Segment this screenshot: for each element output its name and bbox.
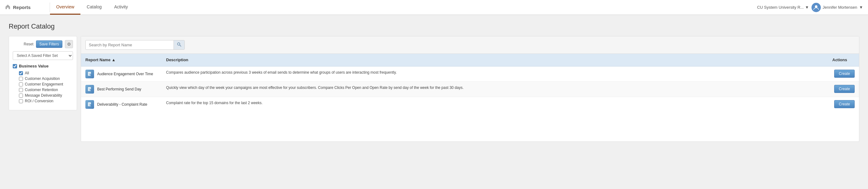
tab-overview[interactable]: Overview [50, 0, 81, 15]
create-button-2[interactable]: Create [834, 85, 855, 93]
col-header-description: Description [162, 54, 828, 66]
top-nav: Reports Overview Catalog Activity CU Sys… [0, 0, 868, 15]
report-name-cell-3: Deliverability - Complaint Rate [81, 97, 162, 112]
filter-checkbox-message-deliverability[interactable] [19, 93, 23, 98]
business-value-group-checkbox[interactable] [13, 64, 17, 69]
filter-set-select[interactable]: Select A Saved Filter Set [13, 51, 73, 60]
filter-label-all: All [25, 71, 29, 75]
brand-label: Reports [13, 5, 31, 10]
report-desc-3: Complaint rate for the top 15 domains fo… [162, 97, 828, 112]
filter-label-customer-engagement: Customer Engagement [25, 82, 63, 86]
report-icon-2 [85, 85, 94, 93]
filter-checkbox-customer-engagement[interactable] [19, 82, 23, 86]
home-icon [5, 4, 10, 10]
col-header-actions: Actions [828, 54, 859, 66]
filter-group-business-value: Business Value All Customer Acquisition … [13, 64, 73, 104]
filter-item-customer-acquisition: Customer Acquisition [13, 76, 73, 81]
search-input[interactable] [86, 41, 174, 49]
tab-catalog[interactable]: Catalog [81, 0, 108, 15]
filter-label-customer-retention: Customer Retention [25, 88, 58, 92]
page-title: Report Catalog [9, 22, 859, 30]
nav-brand[interactable]: Reports [0, 0, 50, 15]
svg-line-2 [180, 45, 181, 47]
org-name: CU System University R... [757, 5, 804, 10]
create-button-3[interactable]: Create [834, 100, 855, 108]
filter-item-customer-engagement: Customer Engagement [13, 81, 73, 87]
nav-tabs: Overview Catalog Activity [50, 0, 752, 15]
filter-group-label: Business Value [19, 64, 49, 69]
report-name-cell-1: Audience Engagement Over Time [81, 66, 162, 81]
filter-group-header: Business Value [13, 64, 73, 69]
filter-checkbox-roi-conversion[interactable] [19, 99, 23, 103]
report-desc-2: Quickly view which day of the week your … [162, 81, 828, 97]
org-chevron-icon: ▼ [805, 5, 809, 10]
filter-label-roi-conversion: ROI / Conversion [25, 99, 53, 103]
table-row: Best Performing Send Day Quickly view wh… [81, 81, 859, 97]
page-content: Report Catalog Reset Save Filters ⚙ Sele… [0, 15, 868, 149]
col-name-label: Report Name [85, 57, 111, 62]
tab-activity[interactable]: Activity [108, 0, 134, 15]
save-filters-button[interactable]: Save Filters [36, 40, 62, 48]
gear-icon: ⚙ [67, 42, 71, 47]
sidebar-header: Reset Save Filters ⚙ [13, 40, 73, 48]
table-row: Audience Engagement Over Time Compares a… [81, 66, 859, 81]
filter-item-message-deliverability: Message Deliverability [13, 92, 73, 98]
filter-item-customer-retention: Customer Retention [13, 87, 73, 92]
filter-label-customer-acquisition: Customer Acquisition [25, 77, 60, 81]
user-chevron-icon: ▼ [859, 5, 863, 10]
filter-checkbox-customer-retention[interactable] [19, 88, 23, 92]
search-button[interactable] [174, 40, 184, 49]
report-area: Report Name ▲ Description Actions [81, 36, 859, 142]
create-button-1[interactable]: Create [834, 70, 855, 78]
avatar [811, 3, 821, 12]
filter-checkbox-customer-acquisition[interactable] [19, 77, 23, 81]
report-name-cell-2: Best Performing Send Day [81, 81, 162, 97]
sort-arrow-icon: ▲ [112, 57, 116, 62]
table-row: Deliverability - Complaint Rate Complain… [81, 97, 859, 112]
filter-label-message-deliverability: Message Deliverability [25, 93, 62, 98]
filter-item-roi-conversion: ROI / Conversion [13, 98, 73, 104]
sidebar: Reset Save Filters ⚙ Select A Saved Filt… [9, 36, 77, 110]
report-table: Report Name ▲ Description Actions [81, 54, 859, 112]
user-menu[interactable]: Jennifer Mortensen ▼ [811, 3, 863, 12]
gear-button[interactable]: ⚙ [65, 40, 73, 48]
report-desc-1: Compares audience participation across p… [162, 66, 828, 81]
reset-button[interactable]: Reset [24, 42, 33, 46]
report-search-bar [81, 36, 859, 54]
user-name: Jennifer Mortensen [823, 5, 857, 10]
svg-point-0 [815, 5, 817, 8]
report-icon-3 [85, 100, 94, 109]
report-actions-3: Create [828, 97, 859, 112]
report-actions-2: Create [828, 81, 859, 97]
report-actions-1: Create [828, 66, 859, 81]
search-wrapper [85, 40, 185, 50]
filter-checkbox-all[interactable] [19, 71, 23, 75]
filter-item-all: All [13, 70, 73, 76]
nav-right: CU System University R... ▼ Jennifer Mor… [752, 0, 868, 15]
report-icon-1 [85, 70, 94, 78]
col-header-name[interactable]: Report Name ▲ [81, 54, 162, 66]
main-layout: Reset Save Filters ⚙ Select A Saved Filt… [9, 36, 859, 142]
search-icon [177, 43, 181, 48]
table-header-row: Report Name ▲ Description Actions [81, 54, 859, 66]
org-selector[interactable]: CU System University R... ▼ [757, 5, 809, 10]
